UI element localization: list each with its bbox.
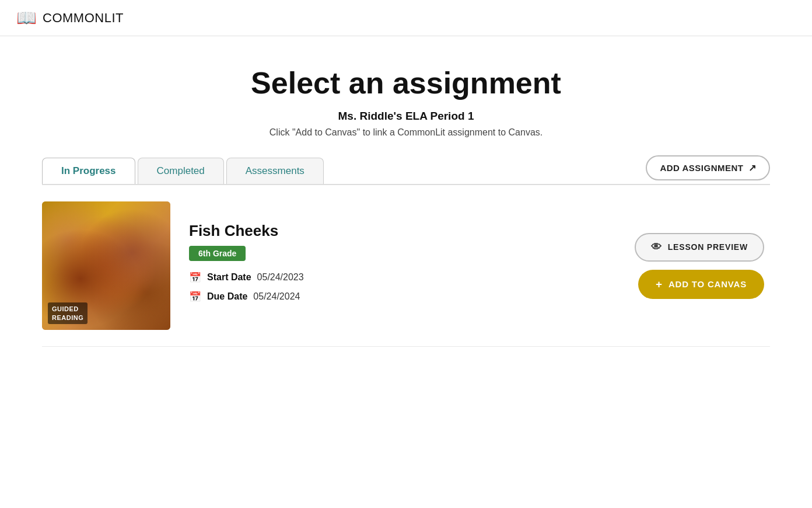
- tab-assessments[interactable]: Assessments: [226, 158, 324, 184]
- due-date-label: Due Date: [207, 291, 247, 302]
- main-content: Select an assignment Ms. Riddle's ELA Pe…: [21, 36, 791, 347]
- subtitle: Click "Add to Canvas" to link a CommonLi…: [42, 127, 770, 138]
- page-title-area: Select an assignment Ms. Riddle's ELA Pe…: [42, 36, 770, 155]
- external-link-icon: ↗: [748, 162, 757, 173]
- logo: 📖 COMMONLIT: [16, 8, 124, 27]
- due-date-row: 📅 Due Date 05/24/2024: [189, 291, 616, 303]
- lesson-preview-label: LESSON PREVIEW: [668, 242, 748, 252]
- guided-reading-label: GUIDEDREADING: [48, 302, 88, 324]
- add-to-canvas-label: ADD TO CANVAS: [668, 279, 747, 289]
- grade-badge: 6th Grade: [189, 246, 246, 261]
- start-date-label: Start Date: [207, 272, 251, 283]
- due-date-value: 05/24/2024: [253, 291, 300, 302]
- plus-icon: +: [656, 278, 663, 291]
- start-date-row: 📅 Start Date 05/24/2023: [189, 272, 616, 284]
- book-icon: 📖: [16, 8, 37, 27]
- logo-text: COMMONLIT: [43, 11, 124, 26]
- assignment-card: GUIDEDREADING Fish Cheeks 6th Grade 📅 St…: [42, 185, 770, 347]
- action-buttons: 👁 LESSON PREVIEW + ADD TO CANVAS: [635, 233, 770, 299]
- tabs: In Progress Completed Assessments: [42, 158, 326, 184]
- assignment-thumbnail: GUIDEDREADING: [42, 201, 170, 330]
- tab-completed[interactable]: Completed: [138, 158, 224, 184]
- start-date-value: 05/24/2023: [257, 272, 304, 283]
- calendar-icon-2: 📅: [189, 291, 201, 303]
- page-title: Select an assignment: [42, 65, 770, 100]
- tabs-row: In Progress Completed Assessments ADD AS…: [42, 155, 770, 185]
- header: 📖 COMMONLIT: [0, 0, 812, 36]
- assignment-info: Fish Cheeks 6th Grade 📅 Start Date 05/24…: [189, 222, 616, 310]
- add-to-canvas-button[interactable]: + ADD TO CANVAS: [638, 270, 764, 299]
- class-name: Ms. Riddle's ELA Period 1: [42, 110, 770, 123]
- calendar-icon: 📅: [189, 272, 201, 284]
- logo-bold: COMMON: [43, 11, 104, 25]
- assignment-list: GUIDEDREADING Fish Cheeks 6th Grade 📅 St…: [42, 185, 770, 347]
- lesson-preview-button[interactable]: 👁 LESSON PREVIEW: [635, 233, 764, 262]
- eye-icon: 👁: [651, 241, 662, 253]
- add-assignment-label: ADD ASSIGNMENT: [660, 163, 743, 173]
- tab-in-progress[interactable]: In Progress: [42, 158, 135, 184]
- tab-completed-label: Completed: [157, 165, 205, 176]
- tab-assessments-label: Assessments: [246, 165, 304, 176]
- tab-in-progress-label: In Progress: [61, 165, 116, 176]
- add-assignment-button[interactable]: ADD ASSIGNMENT ↗: [646, 155, 770, 180]
- logo-light: LIT: [104, 11, 124, 25]
- assignment-title: Fish Cheeks: [189, 222, 616, 240]
